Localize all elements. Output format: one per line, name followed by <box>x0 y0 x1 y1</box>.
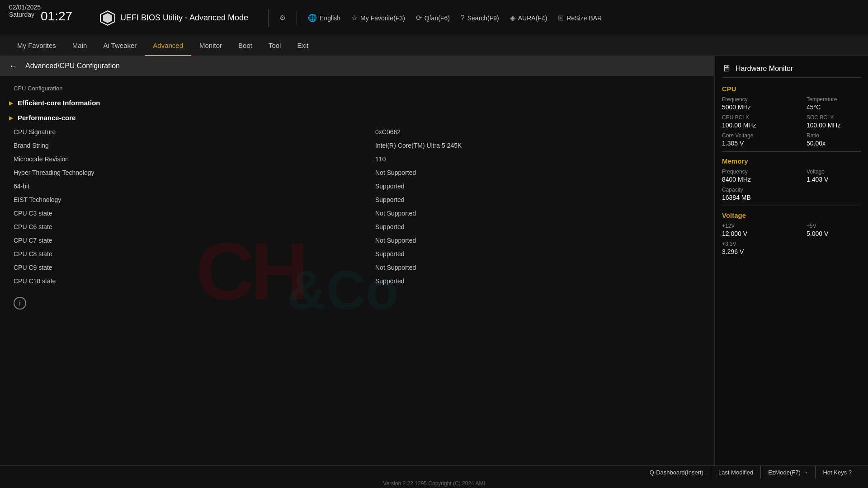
hw-memory-section-title: Memory <box>722 157 861 165</box>
resizebar-button[interactable]: ⊞ ReSize BAR <box>558 14 602 22</box>
cpu-c6-key: CPU C6 state <box>14 223 172 230</box>
language-button[interactable]: 🌐 English <box>308 14 340 22</box>
back-button[interactable]: ← <box>9 61 17 71</box>
nav-boot[interactable]: Boot <box>230 36 260 56</box>
cpu-signature-key: CPU Signature <box>14 128 172 136</box>
hyper-threading-value: Not Supported <box>375 169 416 176</box>
hw-mem-freq-volt-row: Frequency 8400 MHz Voltage 1.403 V <box>722 169 861 183</box>
hw-soc-bclk-label: SOC BCLK <box>807 114 861 121</box>
ez-mode-button[interactable]: EzMode(F7) → <box>761 466 816 479</box>
hw-bclk-row: CPU BCLK 100.00 MHz SOC BCLK 100.00 MHz <box>722 114 861 129</box>
cpu-c9-value: Not Supported <box>375 264 416 271</box>
cpu-c6-value: Supported <box>375 223 405 230</box>
search-button[interactable]: ? Search(F9) <box>461 14 499 22</box>
globe-icon: 🌐 <box>308 14 317 22</box>
favorites-label: My Favorite(F3) <box>360 14 405 22</box>
hw-mem-volt-col: Voltage 1.403 V <box>807 169 861 183</box>
hw-cpu-temp-label: Temperature <box>807 96 861 103</box>
row-cpu-c9: CPU C9 state Not Supported <box>0 261 714 274</box>
nav-tool[interactable]: Tool <box>260 36 289 56</box>
hw-12v-col: +12V 12.000 V <box>722 223 776 237</box>
question-icon: ? <box>461 14 465 22</box>
row-cpu-c8: CPU C8 state Supported <box>0 247 714 261</box>
efficient-core-row[interactable]: ▶ Efficient-core Information <box>0 95 714 110</box>
hw-ratio-label: Ratio <box>807 132 861 139</box>
star-icon: ☆ <box>351 14 358 22</box>
last-modified-button[interactable]: Last Modified <box>711 466 761 479</box>
q-dashboard-button[interactable]: Q-Dashboard(Insert) <box>642 466 711 479</box>
microcode-key: Microcode Revision <box>14 155 172 163</box>
footer-version: Version 2.22.1295 Copyright (C) 2024 AMI <box>0 479 868 488</box>
hw-cpu-temp-value: 45°C <box>807 103 861 111</box>
nav-exit[interactable]: Exit <box>289 36 316 56</box>
cpu-c3-value: Not Supported <box>375 210 416 217</box>
hw-divider2 <box>722 206 861 206</box>
hw-cpu-freq-label: Frequency <box>722 96 776 103</box>
datetime: 02/01/2025 Saturday <box>9 4 41 18</box>
config-content[interactable]: CH &Co CPU Configuration ▶ Efficient-cor… <box>0 76 714 465</box>
nav-my-favorites[interactable]: My Favorites <box>9 36 64 56</box>
hw-soc-bclk-col: SOC BCLK 100.00 MHz <box>807 114 861 129</box>
cpu-c3-key: CPU C3 state <box>14 210 172 217</box>
brand-string-value: Intel(R) Core(TM) Ultra 5 245K <box>375 142 462 149</box>
search-label: Search(F9) <box>467 14 499 22</box>
hw-cpu-freq-col: Frequency 5000 MHz <box>722 96 776 111</box>
hw-3v3-col: +3.3V 3.296 V <box>722 241 776 255</box>
nav-ai-tweaker[interactable]: Ai Tweaker <box>95 36 145 56</box>
navbar: My Favorites Main Ai Tweaker Advanced Mo… <box>0 36 868 56</box>
main-layout: ← Advanced\CPU Configuration CH &Co CPU … <box>0 56 868 465</box>
settings-button[interactable]: ⚙ <box>279 14 286 22</box>
row-cpu-c10: CPU C10 state Supported <box>0 274 714 288</box>
performance-core-row[interactable]: ▶ Performance-core <box>0 110 714 125</box>
hot-keys-button[interactable]: Hot Keys ? <box>816 466 859 479</box>
expand-arrow-icon: ▶ <box>9 100 13 106</box>
qfan-label: Qfan(F6) <box>425 14 450 22</box>
header-tools: ⚙ 🌐 English ☆ My Favorite(F3) ⟳ Qfan(F6)… <box>279 11 859 25</box>
hw-monitor-title: Hardware Monitor <box>736 65 793 73</box>
row-hyper-threading: Hyper Threading Technology Not Supported <box>0 166 714 179</box>
aura-button[interactable]: ◈ AURA(F4) <box>510 14 547 22</box>
favorites-button[interactable]: ☆ My Favorite(F3) <box>351 14 405 22</box>
fan-icon: ⟳ <box>416 14 422 22</box>
hw-volt-3v3-row: +3.3V 3.296 V <box>722 241 861 255</box>
nav-monitor[interactable]: Monitor <box>191 36 230 56</box>
row-cpu-signature: CPU Signature 0xC0662 <box>0 125 714 139</box>
hw-mem-freq-col: Frequency 8400 MHz <box>722 169 776 183</box>
row-microcode: Microcode Revision 110 <box>0 152 714 166</box>
day: Saturday <box>9 11 41 18</box>
footer-top: Q-Dashboard(Insert) Last Modified EzMode… <box>0 466 868 479</box>
qfan-button[interactable]: ⟳ Qfan(F6) <box>416 14 450 22</box>
row-brand-string: Brand String Intel(R) Core(TM) Ultra 5 2… <box>0 139 714 152</box>
hw-ratio-col: Ratio 50.00x <box>807 132 861 147</box>
hw-cpu-bclk-label: CPU BCLK <box>722 114 776 121</box>
footer: Q-Dashboard(Insert) Last Modified EzMode… <box>0 465 868 488</box>
hw-mem-freq-value: 8400 MHz <box>722 176 776 183</box>
monitor-icon: 🖥 <box>722 63 731 74</box>
cpu-signature-value: 0xC0662 <box>375 128 401 136</box>
svg-marker-1 <box>103 13 112 23</box>
hw-5v-col: +5V 5.000 V <box>807 223 861 237</box>
hw-mem-capacity-value: 16384 MB <box>722 194 776 201</box>
performance-core-label: Performance-core <box>18 114 75 122</box>
nav-advanced[interactable]: Advanced <box>145 36 191 56</box>
date: 02/01/2025 <box>9 4 41 11</box>
divider <box>297 11 297 25</box>
hw-volt-12v-5v-row: +12V 12.000 V +5V 5.000 V <box>722 223 861 237</box>
64bit-key: 64-bit <box>14 183 172 190</box>
hw-mem-capacity-row: Capacity 16384 MB <box>722 187 861 201</box>
header: 02/01/2025 Saturday 01:27 UEFI BIOS Util… <box>0 0 868 36</box>
hw-core-voltage-label: Core Voltage <box>722 132 776 139</box>
eist-value: Supported <box>375 196 405 203</box>
section-label: CPU Configuration <box>0 80 714 95</box>
cpu-c8-value: Supported <box>375 250 405 258</box>
nav-main[interactable]: Main <box>64 36 95 56</box>
row-cpu-c6: CPU C6 state Supported <box>0 220 714 234</box>
info-icon: i <box>14 297 26 310</box>
hw-mem-volt-label: Voltage <box>807 169 861 175</box>
row-eist: EIST Technology Supported <box>0 193 714 206</box>
hw-cpu-bclk-value: 100.00 MHz <box>722 122 776 129</box>
cpu-c7-key: CPU C7 state <box>14 237 172 244</box>
hw-cpu-freq-value: 5000 MHz <box>722 103 776 111</box>
resizebar-icon: ⊞ <box>558 14 564 22</box>
hw-mem-capacity-col: Capacity 16384 MB <box>722 187 776 201</box>
